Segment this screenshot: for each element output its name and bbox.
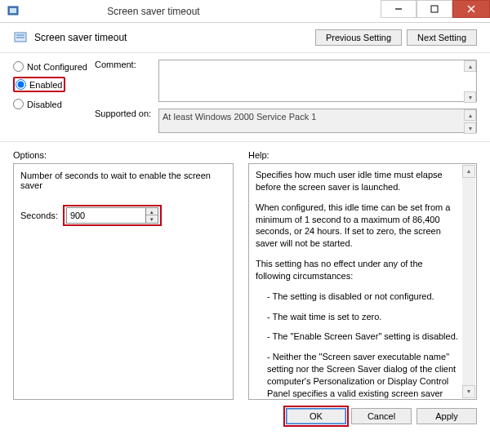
help-pane: Specifies how much user idle time must e…	[248, 163, 477, 400]
svg-line-4	[468, 6, 474, 12]
help-bullet: - The wait time is set to zero.	[256, 311, 460, 323]
svg-rect-8	[16, 37, 24, 38]
page-title: Screen saver timeout	[34, 32, 310, 43]
radio-disabled-label: Disabled	[27, 100, 62, 109]
help-bullet: - Neither the "Screen saver executable n…	[256, 351, 460, 400]
radio-disabled-input[interactable]	[13, 99, 24, 109]
scroll-down-icon[interactable]: ▾	[464, 91, 476, 103]
maximize-button[interactable]	[416, 0, 452, 18]
radio-not-configured-input[interactable]	[13, 61, 24, 72]
svg-rect-1	[10, 8, 16, 13]
next-setting-button[interactable]: Next Setting	[407, 29, 477, 46]
svg-rect-7	[16, 34, 24, 36]
supported-label: Supported on:	[95, 109, 158, 118]
policy-icon	[13, 29, 29, 46]
previous-setting-button[interactable]: Previous Setting	[315, 29, 402, 46]
scroll-up-icon[interactable]: ▴	[462, 165, 475, 178]
minimize-button[interactable]	[381, 0, 416, 18]
svg-rect-3	[431, 6, 438, 12]
radio-not-configured-label: Not Configured	[27, 62, 87, 72]
scroll-down-icon[interactable]: ▾	[464, 122, 476, 134]
spinner-up-button[interactable]: ▴	[146, 208, 158, 215]
help-bullet: - The "Enable Screen Saver" setting is d…	[256, 330, 460, 343]
apply-button[interactable]: Apply	[416, 408, 477, 424]
settings-section: Not Configured Enabled Disabled Comment:…	[0, 53, 490, 142]
comment-label: Comment:	[95, 60, 158, 69]
supported-value: At least Windows 2000 Service Pack 1	[158, 109, 477, 133]
svg-line-5	[468, 6, 474, 12]
close-button[interactable]	[452, 0, 490, 18]
options-pane: Number of seconds to wait to enable the …	[13, 163, 234, 400]
comment-input[interactable]	[158, 60, 477, 102]
spinner-down-button[interactable]: ▾	[146, 215, 158, 223]
scroll-up-icon[interactable]: ▴	[464, 109, 476, 121]
help-section-label: Help:	[248, 150, 477, 160]
scroll-up-icon[interactable]: ▴	[464, 60, 476, 72]
app-icon	[7, 5, 20, 18]
dialog-footer: OK Cancel Apply	[0, 400, 490, 432]
help-scrollbar[interactable]: ▴ ▾	[462, 165, 475, 398]
seconds-label: Seconds:	[20, 211, 58, 220]
seconds-input[interactable]	[66, 207, 146, 224]
radio-enabled-input[interactable]	[16, 79, 26, 90]
titlebar: Screen saver timeout	[0, 0, 490, 23]
radio-enabled[interactable]: Enabled	[16, 79, 62, 90]
help-text: When configured, this idle time can be s…	[256, 202, 460, 250]
scroll-down-icon[interactable]: ▾	[462, 385, 475, 398]
help-text: This setting has no effect under any of …	[256, 258, 460, 282]
cancel-button[interactable]: Cancel	[351, 408, 412, 424]
help-text: Specifies how much user idle time must e…	[256, 169, 460, 193]
options-section-label: Options:	[13, 150, 234, 160]
options-description: Number of seconds to wait to enable the …	[20, 171, 226, 190]
header-row: Screen saver timeout Previous Setting Ne…	[0, 23, 490, 53]
window-title: Screen saver timeout	[24, 6, 283, 17]
radio-disabled[interactable]: Disabled	[13, 97, 95, 114]
ok-button[interactable]: OK	[286, 408, 346, 424]
radio-enabled-label: Enabled	[29, 80, 62, 90]
help-bullet: - The setting is disabled or not configu…	[256, 291, 460, 303]
radio-not-configured[interactable]: Not Configured	[13, 60, 95, 77]
